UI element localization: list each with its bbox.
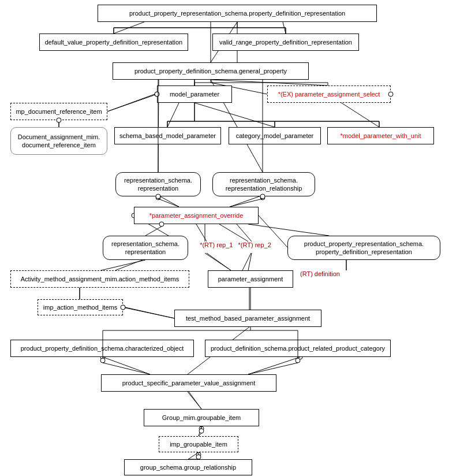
svg-line-34 bbox=[188, 392, 201, 409]
svg-line-35 bbox=[199, 426, 201, 436]
svg-line-83 bbox=[101, 260, 145, 270]
svg-line-21 bbox=[115, 259, 145, 270]
svg-line-0 bbox=[114, 22, 144, 34]
svg-point-107 bbox=[196, 455, 201, 459]
label-rt-definition: (RT) definition bbox=[300, 270, 369, 282]
box-group-schema-group-relationship: group_schema.group_relationship bbox=[124, 459, 252, 475]
box-parameter-assignment-select: *(EX) parameter_assignment_select bbox=[267, 85, 391, 103]
box-parameter-assignment: parameter_assignment bbox=[208, 270, 293, 288]
svg-line-4 bbox=[211, 80, 328, 85]
box-imp-action-method-items: imp_action_method_items bbox=[38, 299, 123, 315]
svg-line-23 bbox=[242, 253, 251, 270]
box-repr-schema-repr-rel: representation_schema.representation_rel… bbox=[212, 172, 315, 196]
box-general-property: product_property_definition_schema.gener… bbox=[113, 62, 309, 80]
box-repr-schema-repr-left: representation_schema.representation bbox=[115, 172, 201, 196]
svg-line-32 bbox=[248, 357, 300, 374]
box-category-model-parameter: category_model_parameter bbox=[229, 127, 321, 144]
svg-line-26 bbox=[123, 307, 174, 318]
svg-line-82 bbox=[248, 224, 329, 236]
diagram-container: product_property_representation_schema.p… bbox=[0, 0, 475, 476]
box-model-parameter: model_parameter bbox=[157, 85, 232, 103]
box-mp-document-reference-item: mp_document_reference_item bbox=[10, 103, 107, 120]
box-document-assignment-mim: Document_assignment_mim.document_referen… bbox=[10, 127, 107, 155]
box-group-mim-groupable-item: Group_mim.groupable_item bbox=[144, 409, 259, 426]
box-product-specific-param-value: product_specific_parameter_value_assignm… bbox=[101, 374, 276, 392]
svg-line-19 bbox=[219, 224, 248, 241]
svg-line-94 bbox=[103, 363, 150, 374]
label-rt-rep: *(RT) rep_1 *(RT) rep_2 bbox=[193, 241, 278, 253]
svg-line-7 bbox=[167, 103, 179, 127]
svg-line-30 bbox=[103, 357, 150, 374]
box-property-definition-representation: product_property_representation_schema.p… bbox=[98, 5, 377, 22]
box-test-method-based: test_method_based_parameter_assignment bbox=[174, 310, 321, 327]
svg-line-1 bbox=[283, 22, 286, 34]
box-imp-groupable-item: imp_groupable_item bbox=[159, 436, 238, 452]
svg-line-37 bbox=[188, 452, 199, 459]
box-schema-based-model-parameter: schema_based_model_parameter bbox=[114, 127, 221, 144]
box-parameter-assignment-override: *parameter_assignment_override bbox=[134, 207, 259, 224]
box-repr-schema-repr-lower: representation_schema.representation bbox=[103, 236, 188, 260]
box-default-value-repr: default_value_property_definition_repres… bbox=[39, 34, 188, 51]
box-model-parameter-with-unit: *model_parameter_with_unit bbox=[327, 127, 434, 144]
svg-point-104 bbox=[199, 429, 204, 433]
svg-line-84 bbox=[205, 253, 231, 270]
svg-line-22 bbox=[207, 253, 231, 270]
svg-line-79 bbox=[145, 226, 162, 236]
svg-line-75 bbox=[158, 199, 179, 207]
box-ppr-schema-pdr: product_property_representation_schema.p… bbox=[287, 236, 440, 260]
svg-line-97 bbox=[248, 363, 298, 374]
svg-line-85 bbox=[248, 253, 252, 270]
svg-line-81 bbox=[237, 224, 252, 241]
box-product-related-product-category: product_definition_schema.product_relate… bbox=[205, 340, 391, 357]
svg-line-12 bbox=[158, 195, 179, 207]
box-activity-method-assignment: Activity_method_assignment_mim.action_me… bbox=[10, 270, 189, 288]
svg-point-93 bbox=[100, 358, 105, 363]
svg-line-8 bbox=[195, 103, 275, 127]
svg-line-102 bbox=[189, 392, 201, 409]
box-characterized-object: product_property_definition_schema.chara… bbox=[10, 340, 194, 357]
svg-line-89 bbox=[125, 307, 174, 318]
svg-line-77 bbox=[230, 199, 263, 207]
svg-line-63 bbox=[107, 94, 155, 111]
svg-point-36 bbox=[199, 426, 204, 431]
svg-line-14 bbox=[230, 195, 263, 207]
box-valid-range-repr: valid_range_property_definition_represen… bbox=[212, 34, 359, 51]
svg-line-5 bbox=[107, 94, 157, 111]
svg-point-96 bbox=[296, 358, 300, 363]
svg-point-38 bbox=[196, 452, 201, 457]
svg-line-18 bbox=[196, 224, 207, 241]
